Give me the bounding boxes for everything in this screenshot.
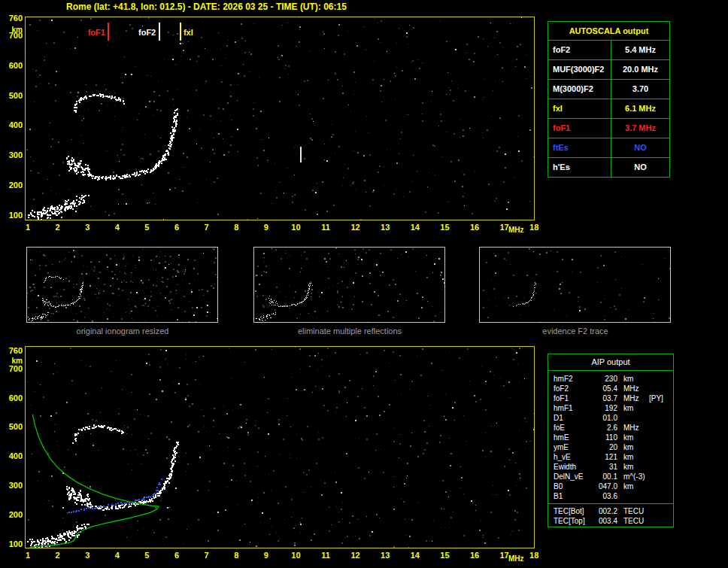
autoscala-row: ftEsNO (548, 138, 669, 157)
thumbnail-multiple-reflections (253, 247, 445, 323)
bottom-x-tick-label: 18 (529, 551, 538, 560)
profile-ionogram-canvas (26, 347, 534, 548)
bottom-x-tick-label: 5 (144, 551, 149, 560)
aip-row: DelN_vE00.1m^(-3) (548, 472, 673, 481)
main-x-tick-label: 9 (264, 223, 268, 232)
bottom-x-tick-label: 8 (234, 551, 238, 560)
autoscala-value: 6.1 MHz (611, 99, 669, 118)
main-x-tick-label: 6 (174, 223, 179, 232)
bottom-x-tick-label: 12 (350, 551, 359, 560)
main-x-axis-unit: MHz (508, 226, 524, 234)
main-y-tick-label: 100 (2, 211, 23, 220)
autoscala-row: fxI6.1 MHz (548, 99, 669, 118)
aip-av: 002.2 (593, 506, 617, 516)
thumbnail-caption: eliminate multiple reflections (298, 327, 402, 336)
main-y-tick-label: 500 (2, 91, 23, 100)
bottom-x-tick-label: 14 (411, 551, 420, 560)
autoscala-value: NO (611, 158, 669, 177)
aip-row: Ewidth31km (548, 462, 673, 472)
aip-separator (548, 503, 673, 504)
aip-av: 20 (593, 442, 617, 452)
aip-row: h_vE121km (548, 452, 673, 462)
bottom-x-tick-label: 7 (205, 551, 209, 560)
bottom-x-tick-label: 16 (470, 551, 479, 560)
aip-au: km (623, 481, 646, 491)
main-x-tick-label: 1 (26, 223, 30, 232)
bottom-y-tick-label: 400 (2, 451, 23, 460)
autoscala-row: foF13.7 MHz (548, 118, 669, 138)
aip-av: 003.4 (593, 516, 617, 526)
main-x-tick-label: 4 (115, 223, 120, 232)
aip-av: 2.6 (593, 423, 617, 433)
main-x-tick-label: 18 (529, 223, 538, 232)
main-x-tick-label: 14 (411, 223, 420, 232)
main-x-tick-label: 13 (381, 223, 390, 232)
aip-au: TECU (623, 516, 646, 526)
bottom-x-tick-label: 17 (499, 551, 508, 560)
aip-ap: TEC[Bot] (554, 506, 593, 516)
aip-row: ymE20km (548, 442, 673, 452)
profile-ionogram-plot (25, 346, 535, 548)
main-y-tick-label: 400 (2, 120, 23, 129)
bottom-x-tick-label: 1 (26, 551, 30, 560)
bottom-y-tick-label: 100 (2, 539, 23, 548)
aip-row: foF205.4MHz (548, 384, 673, 393)
aip-au: km (623, 452, 646, 462)
aip-av: 31 (593, 462, 617, 472)
aip-au: km (623, 433, 646, 442)
thumbnail-original-ionogram (26, 247, 218, 323)
bottom-y-tick-label: 300 (2, 481, 23, 490)
bottom-y-tick-label: 500 (2, 422, 23, 431)
aip-row: foF103.7MHz[PY] (548, 393, 673, 403)
aip-ap: foF1 (554, 393, 593, 403)
aip-row: TEC[Bot]002.2TECU (548, 506, 673, 516)
aip-ap: h_vE (554, 452, 593, 462)
page-title: Rome (lat: +41.8, lon: 012.5) - DATE: 20… (66, 2, 347, 12)
main-y-axis-unit: km (2, 26, 23, 34)
autoscala-param: M(3000)F2 (548, 80, 611, 99)
aip-av: 121 (593, 452, 617, 462)
autoscala-value: NO (611, 138, 669, 157)
aip-ap: foE (554, 423, 593, 433)
main-x-tick-label: 7 (205, 223, 209, 232)
aip-au (623, 491, 646, 501)
aip-row: D101.0 (548, 413, 673, 423)
bottom-x-tick-label: 13 (381, 551, 390, 560)
autoscala-row: foF25.4 MHz (548, 40, 669, 59)
autoscala-value: 20.0 MHz (611, 60, 669, 79)
aip-av: 192 (593, 403, 617, 413)
bottom-x-tick-label: 11 (321, 551, 330, 560)
main-y-tick-label: 200 (2, 181, 23, 190)
thumbnail-f2-trace (479, 247, 671, 323)
bottom-x-tick-label: 4 (115, 551, 120, 560)
aip-au: km (623, 374, 646, 384)
aip-table-title: AIP output (548, 354, 673, 371)
autoscala-row: MUF(3000)F220.0 MHz (548, 59, 669, 79)
autoscala-row: h'EsNO (548, 157, 669, 177)
bottom-y-tick-label: 600 (2, 393, 23, 402)
aip-ap: DelN_vE (554, 472, 593, 481)
bottom-y-axis-unit: km (2, 357, 23, 365)
aip-au (623, 413, 646, 423)
main-x-tick-label: 11 (321, 223, 330, 232)
main-x-tick-label: 12 (350, 223, 359, 232)
aip-row: foE2.6MHz (548, 423, 673, 433)
aip-row: TEC[Top]003.4TECU (548, 516, 673, 526)
autoscala-param: h'Es (548, 158, 611, 177)
aip-ap: Ewidth (554, 462, 593, 472)
autoscala-value: 5.4 MHz (611, 41, 669, 59)
aip-ap: ymE (554, 442, 593, 452)
main-x-tick-label: 17 (499, 223, 508, 232)
main-x-tick-label: 5 (144, 223, 149, 232)
thumbnail-caption: evidence F2 trace (542, 327, 608, 336)
autoscala-row: M(3000)F23.70 (548, 79, 669, 99)
autoscala-param: ftEs (548, 138, 611, 157)
aip-ap: hmE (554, 433, 593, 442)
aip-au: m^(-3) (623, 472, 646, 481)
aip-av: 110 (593, 433, 617, 442)
aip-au: MHz (623, 384, 646, 393)
aip-row: hmE110km (548, 433, 673, 442)
autoscala-param: foF1 (548, 119, 611, 138)
aip-ap: foF2 (554, 384, 593, 393)
aip-av: 05.4 (593, 384, 617, 393)
